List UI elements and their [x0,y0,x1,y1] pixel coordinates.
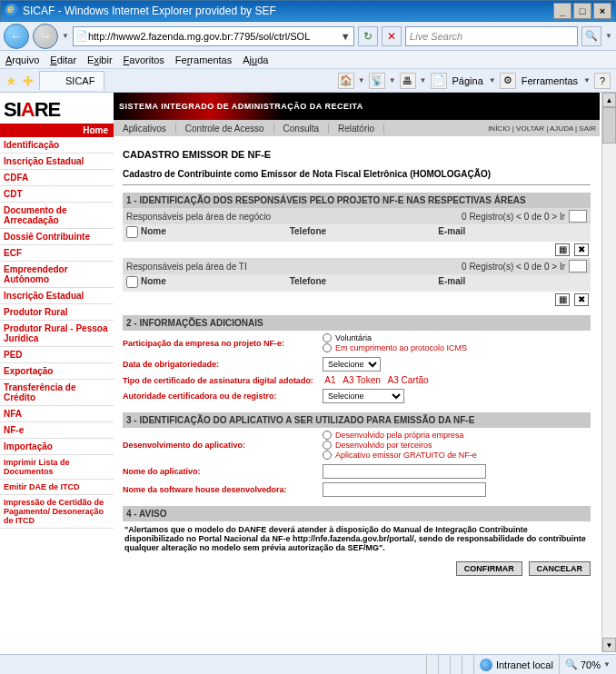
label-dev: Desenvolvimento do aplicativo: [123,441,323,450]
aviso-text: "Alertamos que o modelo do DANFE deverá … [123,521,591,556]
page-input-ti[interactable] [569,260,587,273]
checkbox-all-ti[interactable] [126,276,138,288]
sidebar: SIARE Home Identificação Inscrição Estad… [0,93,114,652]
menu-editar[interactable]: Editar [50,55,76,65]
menu-ajuda[interactable]: Ajuda [243,55,268,65]
input-sw-house[interactable] [323,482,486,497]
scroll-down-icon[interactable]: ▼ [602,638,616,652]
sidebar-home[interactable]: Home [0,124,114,137]
scroll-up-icon[interactable]: ▲ [602,93,616,107]
menu-ferramentas[interactable]: Ferramentas [175,55,232,65]
siare-logo: SIARE [0,93,114,124]
status-bar: Intranet local 🔍 70% ▼ [0,654,616,674]
sidebar-item-cdt[interactable]: CDT [0,186,114,203]
tools-menu[interactable]: Ferramentas [520,75,580,86]
radio-protocolo[interactable] [323,343,332,352]
sidebar-item-transferencia[interactable]: Transferência de Crédito [0,380,114,406]
maximize-button[interactable]: □ [573,3,591,19]
resp-negocio-header: Responsáveis pela área de negócio 0 Regi… [123,208,591,224]
cancel-button[interactable]: CANCELAR [529,561,591,576]
menu-arquivo[interactable]: Arquivo [5,55,39,65]
label-app-name: Nome do aplicativo: [123,467,323,476]
window-titlebar: SICAF - Windows Internet Explorer provid… [0,0,616,22]
ie-icon [5,4,19,18]
sidebar-item-produtor-rural[interactable]: Produtor Rural [0,304,114,321]
page-input-negocio[interactable] [569,210,587,223]
address-bar[interactable]: 📄 ▼ [73,26,354,46]
subnav-aplicativos[interactable]: Aplicativos [114,124,176,134]
scroll-thumb[interactable] [602,107,616,144]
zoom-level[interactable]: 🔍 70% ▼ [559,655,616,674]
add-row-ti-icon[interactable]: ▦ [555,293,570,306]
page-menu-icon[interactable]: 📄 [431,73,447,89]
sidebar-item-cdfa[interactable]: CDFA [0,170,114,186]
delete-row-icon[interactable]: ✖ [574,243,589,256]
subnav-controle[interactable]: Controle de Acesso [176,124,274,134]
sidebar-item-importacao[interactable]: Importação [0,439,114,455]
top-subnav: Aplicativos Controle de Acesso Consulta … [114,120,600,136]
subnav-links[interactable]: INÍCIO | VOLTAR | AJUDA | SAIR [484,124,600,133]
delete-row-ti-icon[interactable]: ✖ [574,293,589,306]
back-button[interactable]: ← [4,24,29,49]
add-row-icon[interactable]: ▦ [555,243,570,256]
zone-icon [480,659,492,671]
print-icon[interactable]: 🖶 [400,73,416,89]
page-title: CADASTRO EMISSOR DE NF-E [123,149,591,160]
favorites-icon[interactable]: ★ [5,74,17,88]
sidebar-item-inscricao-estadual-2[interactable]: Inscrição Estadual [0,288,114,304]
refresh-button[interactable]: ↻ [358,26,378,46]
checkbox-all-negocio[interactable] [126,226,138,238]
search-dropdown[interactable]: ▼ [605,32,612,40]
browser-navbar: ← → ▼ 📄 ▼ ↻ ✕ Live Search 🔍 ▼ [0,22,616,51]
sidebar-item-identificacao[interactable]: Identificação [0,137,114,154]
search-button[interactable]: 🔍 [581,26,601,46]
home-icon[interactable]: 🏠 [338,73,354,89]
feed-icon[interactable]: 📡 [369,73,385,89]
sidebar-item-emitir-dae[interactable]: Emitir DAE de ITCD [0,480,114,495]
add-favorite-icon[interactable]: ✚ [23,74,34,88]
url-input[interactable] [88,31,339,42]
tab-icon [49,74,62,87]
sidebar-item-documento-arrecadacao[interactable]: Documento de Arrecadação [0,203,114,229]
menu-favoritos[interactable]: Favoritos [124,55,164,65]
sidebar-item-produtor-rural-pj[interactable]: Produtor Rural - Pessoa Jurídica [0,321,114,347]
tools-icon[interactable]: ⚙ [500,73,516,89]
sidebar-item-dossie[interactable]: Dossiê Contribuinte [0,229,114,245]
close-button[interactable]: × [593,3,611,19]
minimize-button[interactable]: _ [553,3,571,19]
forward-button[interactable]: → [33,24,58,49]
browser-tabbar: ★ ✚ SICAF 🏠▼ 📡▼ 🖶▼ 📄 Página▼ ⚙ Ferrament… [0,69,616,93]
confirm-button[interactable]: CONFIRMAR [456,561,522,576]
subnav-consulta[interactable]: Consulta [274,124,329,134]
radio-voluntaria[interactable] [323,333,332,342]
menu-exibir[interactable]: Exibir [87,55,113,65]
radio-dev-propria[interactable] [323,431,332,440]
input-app-name[interactable] [323,464,486,479]
label-sw-house: Nome da software house desenvolvedora: [123,485,323,494]
sidebar-item-ped[interactable]: PED [0,347,114,363]
sidebar-item-impressao-certidao[interactable]: Impressão de Certidão de Pagamento/ Deso… [0,495,114,529]
help-icon[interactable]: ? [594,73,611,89]
radio-dev-gratuito[interactable] [323,451,332,460]
sidebar-item-exportacao[interactable]: Exportação [0,363,114,380]
page-menu[interactable]: Página [451,75,485,86]
select-auth[interactable]: Selecione [323,389,404,403]
history-dropdown[interactable]: ▼ [62,32,69,40]
sidebar-item-nfe[interactable]: NF-e [0,422,114,439]
sidebar-item-inscricao-estadual[interactable]: Inscrição Estadual [0,154,114,170]
select-data-obrig[interactable]: Selecione [323,357,381,372]
sidebar-item-ecf[interactable]: ECF [0,245,114,262]
label-cert: Tipo de certificado de assinatura digita… [123,376,323,385]
vertical-scrollbar[interactable]: ▲ ▼ [601,93,616,652]
search-box[interactable]: Live Search [405,26,578,46]
url-dropdown[interactable]: ▼ [339,31,352,42]
system-banner: SISTEMA INTEGRADO DE ADMINISTRAÇÃO DA RE… [114,93,600,120]
stop-button[interactable]: ✕ [382,26,402,46]
radio-dev-terceiros[interactable] [323,441,332,450]
tab-sicaf[interactable]: SICAF [39,71,104,90]
sidebar-item-nfa[interactable]: NFA [0,406,114,422]
sidebar-item-empreendedor[interactable]: Empreendedor Autônomo [0,262,114,288]
label-data-obrig: Data de obrigatoriedade: [123,360,323,369]
subnav-relatorio[interactable]: Relatório [329,124,384,134]
sidebar-item-imprimir-lista[interactable]: Imprimir Lista de Documentos [0,455,114,480]
